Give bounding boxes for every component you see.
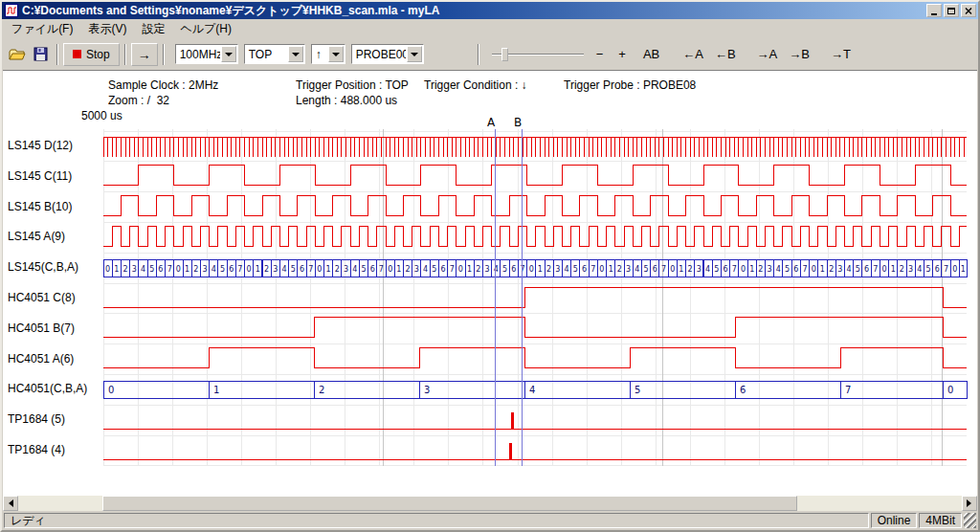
toolbar-separator xyxy=(478,44,479,65)
svg-text:7: 7 xyxy=(802,265,807,274)
waveform-bus: 0123456701234567012345670123456701234567… xyxy=(103,259,967,277)
svg-text:2: 2 xyxy=(264,265,269,274)
svg-text:5: 5 xyxy=(502,265,507,274)
svg-text:3: 3 xyxy=(697,265,702,274)
resize-grip[interactable] xyxy=(964,513,976,528)
svg-text:0: 0 xyxy=(947,385,953,395)
open-file-button[interactable] xyxy=(6,43,29,66)
svg-text:7: 7 xyxy=(590,265,595,274)
close-button[interactable] xyxy=(961,4,976,17)
sample-clock-select[interactable]: 100MHz xyxy=(175,44,238,64)
svg-text:5: 5 xyxy=(856,265,860,274)
svg-text:1: 1 xyxy=(679,265,683,274)
title-bar[interactable]: C:¥Documents and Settings¥noname¥デスクトップ¥… xyxy=(2,2,978,19)
menu-view[interactable]: 表示(V) xyxy=(80,19,134,39)
horizontal-scrollbar[interactable] xyxy=(3,496,977,511)
window-controls xyxy=(926,4,976,17)
svg-text:2: 2 xyxy=(123,265,128,274)
svg-text:5: 5 xyxy=(361,265,366,274)
scroll-right-button[interactable] xyxy=(962,496,977,511)
goto-cursor-a-left-button[interactable]: ←A xyxy=(678,44,708,64)
sample-clock-value: 100MHz xyxy=(176,48,220,61)
trigger-position-select[interactable]: TOP xyxy=(244,44,305,64)
waveform-ticks xyxy=(103,137,967,157)
goto-trigger-button[interactable]: →T xyxy=(826,44,856,64)
svg-text:7: 7 xyxy=(944,265,948,274)
menu-file[interactable]: ファイル(F) xyxy=(4,19,80,39)
svg-text:6: 6 xyxy=(723,265,727,274)
minimize-icon xyxy=(931,13,937,15)
svg-text:6: 6 xyxy=(935,265,940,274)
svg-text:5: 5 xyxy=(573,265,578,274)
svg-text:6: 6 xyxy=(300,265,304,274)
trigger-probe-value: PROBE00 xyxy=(352,48,406,61)
svg-text:6: 6 xyxy=(653,265,657,274)
scrollbar-thumb[interactable] xyxy=(102,496,797,511)
svg-text:1: 1 xyxy=(749,265,754,274)
svg-text:5: 5 xyxy=(714,265,719,274)
chevron-down-icon xyxy=(225,53,233,60)
svg-text:5: 5 xyxy=(785,265,790,274)
waveform-square xyxy=(103,166,967,186)
minimize-button[interactable] xyxy=(926,4,942,17)
toolbar-separator xyxy=(124,44,126,65)
run-button[interactable]: → xyxy=(131,43,158,66)
svg-text:3: 3 xyxy=(837,265,842,274)
zoom-slider[interactable] xyxy=(492,45,584,64)
dropdown-button[interactable] xyxy=(221,46,236,62)
svg-text:1: 1 xyxy=(891,265,896,274)
svg-text:7: 7 xyxy=(379,265,384,274)
trigger-edge-select[interactable]: ↑ xyxy=(311,44,345,64)
svg-text:7: 7 xyxy=(873,265,878,274)
svg-text:4: 4 xyxy=(423,265,428,274)
svg-text:6: 6 xyxy=(582,265,587,274)
maximize-button[interactable] xyxy=(944,4,959,17)
svg-text:0: 0 xyxy=(741,265,746,274)
slider-thumb[interactable] xyxy=(501,48,508,61)
zoom-out-button[interactable]: − xyxy=(591,44,609,64)
scroll-left-button[interactable] xyxy=(3,496,18,511)
svg-text:3: 3 xyxy=(424,385,430,395)
svg-text:2: 2 xyxy=(193,265,198,274)
menu-settings[interactable]: 設定 xyxy=(134,19,172,39)
dropdown-button[interactable] xyxy=(328,46,344,62)
zoom-in-button[interactable]: + xyxy=(613,44,631,64)
svg-text:5: 5 xyxy=(291,265,296,274)
menu-help[interactable]: ヘルプ(H) xyxy=(172,19,239,39)
grid-lines xyxy=(103,129,967,466)
svg-text:4: 4 xyxy=(281,265,286,274)
dropdown-button[interactable] xyxy=(288,46,303,62)
zoom-ab-button[interactable]: AB xyxy=(638,44,664,64)
scrollbar-track[interactable] xyxy=(18,496,962,511)
svg-text:2: 2 xyxy=(829,265,834,274)
svg-text:0: 0 xyxy=(599,265,604,274)
svg-text:4: 4 xyxy=(705,265,710,274)
svg-text:1: 1 xyxy=(467,265,472,274)
svg-text:3: 3 xyxy=(485,265,490,274)
svg-text:2: 2 xyxy=(335,265,340,274)
goto-cursor-b-right-button[interactable]: →B xyxy=(784,44,814,64)
trigger-condition-info: Trigger Condition : ↓ xyxy=(424,78,527,92)
dropdown-button[interactable] xyxy=(407,46,422,62)
stop-button[interactable]: Stop xyxy=(63,43,120,66)
goto-cursor-a-right-button[interactable]: →A xyxy=(752,44,783,64)
goto-cursor-b-left-button[interactable]: ←B xyxy=(710,44,741,64)
svg-text:0: 0 xyxy=(812,265,816,274)
save-file-button[interactable] xyxy=(29,43,52,66)
svg-text:3: 3 xyxy=(626,265,631,274)
svg-text:0: 0 xyxy=(388,265,392,274)
svg-text:2: 2 xyxy=(406,265,411,274)
svg-text:2: 2 xyxy=(688,265,693,274)
svg-text:1: 1 xyxy=(609,265,613,274)
svg-text:1: 1 xyxy=(396,265,401,274)
stop-label: Stop xyxy=(86,48,110,61)
status-online: Online xyxy=(871,513,918,528)
trigger-probe-info: Trigger Probe : PROBE08 xyxy=(564,78,696,92)
svg-text:7: 7 xyxy=(308,265,313,274)
svg-text:7: 7 xyxy=(520,265,524,274)
waveform-canvas[interactable]: 0123456701234567012345670123456701234567… xyxy=(3,114,977,470)
svg-text:2: 2 xyxy=(319,385,324,395)
trigger-probe-select[interactable]: PROBE00 xyxy=(351,44,424,64)
svg-text:4: 4 xyxy=(635,265,639,274)
cursor-b-label: B xyxy=(514,116,522,129)
